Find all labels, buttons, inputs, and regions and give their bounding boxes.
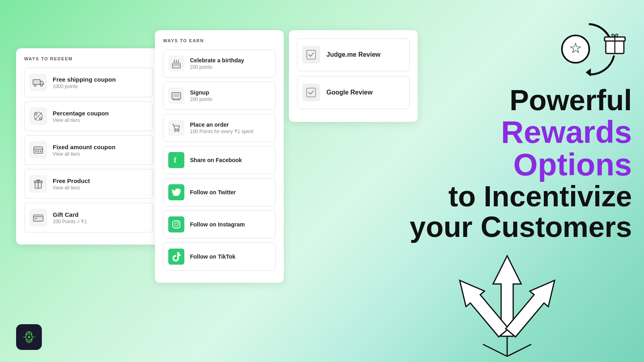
hero-area: ☆ Powerful Rewards Options to Incentiviz… (390, 16, 632, 243)
redeem-item-free-shipping[interactable]: Free shipping coupon 1000 points (24, 68, 153, 97)
svg-marker-53 (586, 68, 591, 76)
rewards-illustration-top: ☆ (551, 16, 632, 80)
fixed-amount-text: Fixed amount coupon View all tiers (53, 144, 116, 157)
earn-item-birthday[interactable]: Celebrate a birthday 200 points (163, 49, 276, 78)
fixed-amount-icon (29, 141, 47, 159)
svg-point-48 (175, 223, 178, 226)
order-icon (168, 120, 184, 136)
earn-panel: WAYS TO EARN Celebrate a birthday 200 po… (155, 30, 284, 283)
redeem-panel: WAYS TO REDEEM Free shipping coupon 1000… (16, 48, 161, 245)
social-item-instagram[interactable]: Follow on Instagram (163, 210, 276, 239)
birthday-text: Celebrate a birthday 200 points (190, 57, 244, 70)
signup-icon (168, 88, 184, 104)
tiktok-label: Follow on TikTok (190, 253, 235, 260)
free-product-text: Free Product View all tiers (53, 177, 90, 191)
order-text: Place an order 100 Points for every ₹1 s… (190, 121, 253, 134)
tiktok-icon (168, 249, 184, 265)
google-review-icon (302, 84, 320, 101)
signup-text: Signup 200 points (190, 89, 212, 102)
app-logo[interactable] (16, 324, 42, 350)
svg-rect-41 (173, 94, 180, 97)
redeem-panel-title: WAYS TO REDEEM (24, 56, 153, 61)
hero-title-customers: your Customers (390, 212, 632, 243)
hero-text-block: Powerful Rewards Options to Incentivize … (390, 85, 632, 243)
percentage-text: Percentage coupon View all tiers (53, 110, 109, 123)
twitter-icon (168, 184, 184, 200)
twitter-label: Follow on Twitter (190, 189, 236, 195)
gift-card-icon (29, 209, 47, 226)
svg-point-44 (175, 130, 176, 132)
facebook-icon: f (168, 152, 184, 168)
svg-text:☆: ☆ (569, 40, 582, 56)
instagram-label: Follow on Instagram (190, 221, 245, 228)
svg-rect-50 (307, 50, 316, 59)
facebook-label: Share on Facebook (190, 157, 242, 163)
instagram-icon (168, 216, 184, 232)
free-shipping-icon (29, 74, 47, 91)
redeem-item-free-product[interactable]: Free Product View all tiers (24, 169, 153, 199)
earn-item-signup[interactable]: Signup 200 points (163, 82, 276, 110)
social-item-tiktok[interactable]: Follow on TikTok (163, 243, 276, 271)
social-item-twitter[interactable]: Follow on Twitter (163, 178, 276, 206)
hero-icons: ☆ (390, 16, 632, 80)
svg-point-17 (34, 84, 36, 86)
svg-rect-25 (35, 150, 37, 152)
svg-rect-35 (172, 63, 180, 65)
svg-line-62 (483, 344, 507, 356)
svg-line-8 (0, 322, 322, 362)
free-product-icon (29, 175, 47, 193)
earn-panel-title: WAYS TO EARN (163, 38, 276, 43)
birthday-icon (168, 56, 184, 72)
svg-point-49 (178, 222, 179, 222)
hero-title-powerful: Powerful (390, 85, 632, 116)
arrows-illustration (451, 248, 564, 362)
free-shipping-text: Free shipping coupon 1000 points (53, 76, 116, 89)
svg-point-67 (28, 336, 30, 338)
judgeme-label: Judge.me Review (326, 51, 380, 58)
redeem-item-fixed[interactable]: Fixed amount coupon View all tiers (24, 135, 153, 165)
svg-rect-30 (33, 215, 43, 217)
svg-rect-51 (307, 88, 316, 97)
svg-rect-23 (34, 147, 43, 153)
svg-point-18 (41, 84, 43, 86)
svg-rect-33 (35, 219, 36, 220)
svg-line-21 (35, 113, 42, 120)
hero-title-rewards: Rewards Options (390, 116, 632, 182)
judgeme-icon (302, 46, 320, 64)
earn-item-order[interactable]: Place an order 100 Points for every ₹1 s… (163, 114, 276, 142)
svg-rect-26 (37, 150, 39, 152)
google-review-label: Google Review (326, 89, 373, 96)
redeem-item-percentage[interactable]: Percentage coupon View all tiers (24, 101, 153, 131)
svg-rect-16 (33, 80, 40, 84)
triple-arrows-svg (451, 248, 564, 360)
redeem-item-gift-card[interactable]: Gift Card 100 Points = ₹1 (24, 203, 153, 232)
svg-rect-32 (35, 218, 37, 219)
social-item-facebook[interactable]: f Share on Facebook (163, 146, 276, 174)
hero-title-incentivize: to Incentivize (390, 181, 632, 212)
svg-point-45 (178, 130, 179, 132)
svg-rect-27 (40, 150, 41, 152)
percentage-icon (29, 107, 47, 125)
svg-line-63 (507, 344, 531, 356)
gift-card-text: Gift Card 100 Points = ₹1 (53, 211, 87, 224)
logo-icon (21, 329, 37, 345)
svg-text:f: f (174, 156, 177, 164)
